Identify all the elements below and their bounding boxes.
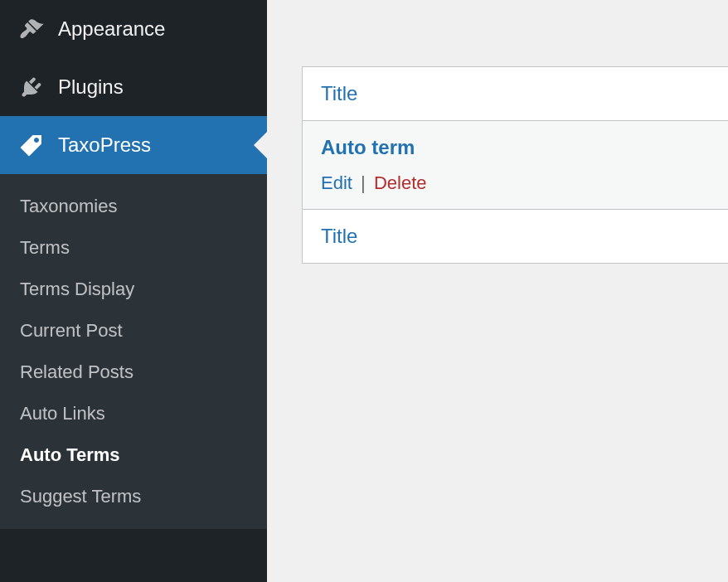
sidebar-sub-terms[interactable]: Terms: [0, 227, 267, 269]
row-actions: Edit | Delete: [321, 172, 710, 194]
edit-link[interactable]: Edit: [321, 172, 352, 193]
column-footer-title[interactable]: Title: [321, 225, 357, 247]
tag-icon: [17, 130, 46, 160]
sidebar-item-label: Appearance: [58, 17, 165, 41]
sidebar-item-plugins[interactable]: Plugins: [0, 58, 267, 116]
table-header-row: Title: [303, 67, 728, 120]
sidebar-item-label: Plugins: [58, 75, 124, 99]
sidebar-item-label: TaxoPress: [58, 133, 151, 157]
sidebar-sub-related-posts[interactable]: Related Posts: [0, 352, 267, 393]
sidebar-submenu: Taxonomies Terms Terms Display Current P…: [0, 174, 267, 529]
column-header-title[interactable]: Title: [321, 82, 357, 104]
sidebar-sub-terms-display[interactable]: Terms Display: [0, 269, 267, 310]
sidebar-sub-current-post[interactable]: Current Post: [0, 310, 267, 352]
sidebar-sub-suggest-terms[interactable]: Suggest Terms: [0, 476, 267, 517]
main-content: Title Auto term Edit | Delete Title: [267, 0, 728, 582]
sidebar-item-taxopress[interactable]: TaxoPress: [0, 116, 267, 174]
list-table: Title Auto term Edit | Delete Title: [302, 66, 728, 264]
delete-link[interactable]: Delete: [374, 172, 427, 193]
row-title-link[interactable]: Auto term: [321, 136, 710, 159]
admin-sidebar: Appearance Plugins TaxoPress Taxonomies …: [0, 0, 267, 582]
sidebar-sub-auto-terms[interactable]: Auto Terms: [0, 434, 267, 476]
table-row[interactable]: Auto term Edit | Delete: [303, 120, 728, 210]
sidebar-sub-taxonomies[interactable]: Taxonomies: [0, 186, 267, 227]
table-footer-row: Title: [303, 210, 728, 263]
plug-icon: [17, 72, 46, 102]
paintbrush-icon: [17, 14, 46, 44]
action-separator: |: [361, 172, 366, 193]
sidebar-item-appearance[interactable]: Appearance: [0, 0, 267, 58]
sidebar-sub-auto-links[interactable]: Auto Links: [0, 393, 267, 434]
